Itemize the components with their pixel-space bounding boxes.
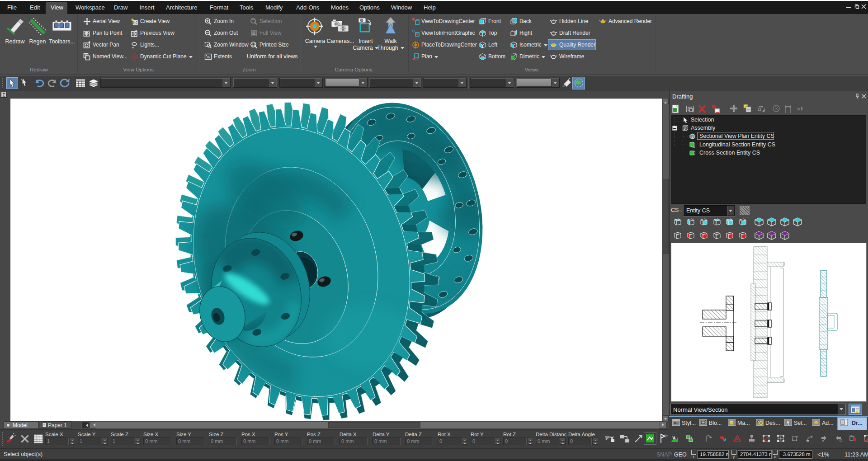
svg-text:1:1: 1:1 <box>251 43 255 46</box>
